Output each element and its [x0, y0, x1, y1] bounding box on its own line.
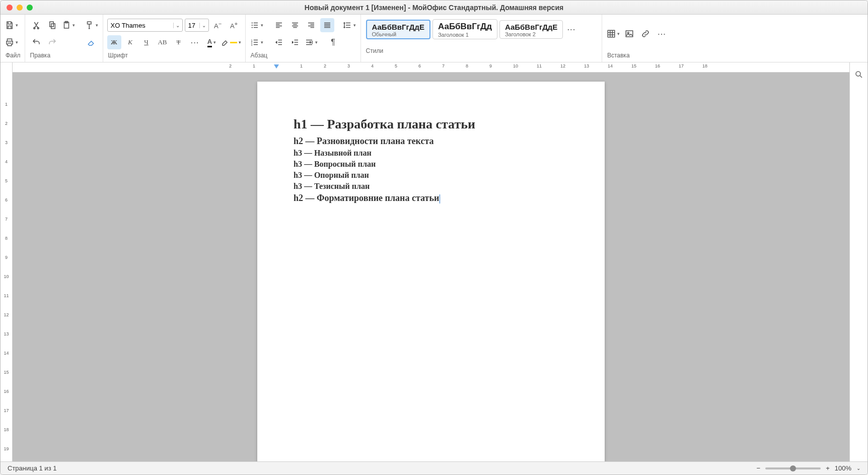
- ruler-tick: 15: [631, 63, 636, 69]
- highlight-icon: [221, 38, 230, 47]
- window-controls: [1, 5, 33, 11]
- font-name-input[interactable]: [108, 22, 173, 29]
- chevron-down-icon[interactable]: ⌄: [199, 23, 208, 28]
- ruler-tick: 5: [1, 178, 12, 183]
- canvas-scroll[interactable]: h1 — Разработка плана статьи h2 — Разнов…: [13, 73, 849, 461]
- ruler-tick: 7: [442, 63, 445, 69]
- ruler-tick: 1: [300, 63, 303, 69]
- undo-button[interactable]: [29, 35, 43, 49]
- paste-button[interactable]: [61, 18, 76, 32]
- print-button[interactable]: [5, 35, 19, 49]
- style-name: Заголовок 1: [438, 32, 492, 38]
- font-more-button[interactable]: ···: [188, 35, 203, 49]
- close-icon[interactable]: [7, 5, 13, 11]
- search-icon: [854, 70, 863, 79]
- ruler-tick: 14: [608, 63, 613, 69]
- cut-button[interactable]: [29, 18, 43, 32]
- style-sample: АаБбВвГгДдЕ: [372, 23, 424, 31]
- image-icon: [625, 29, 634, 38]
- allcaps-button[interactable]: AB: [156, 35, 170, 49]
- ruler-tick: 15: [1, 370, 12, 375]
- style-normal[interactable]: АаБбВвГгДдЕ Обычный: [366, 20, 430, 39]
- svg-rect-10: [608, 30, 615, 37]
- print-icon: [5, 38, 14, 47]
- nonprinting-button[interactable]: ¶: [326, 35, 340, 49]
- style-heading2[interactable]: АаБбВвГгДдЕ Заголовок 2: [499, 20, 563, 39]
- chevron-down-icon[interactable]: ⌄: [173, 23, 182, 28]
- eraser-button[interactable]: [85, 35, 99, 49]
- group-font: ⌄ ⌄ A− A+ Ж К Ч AB T ··· A: [103, 15, 246, 62]
- insert-image-button[interactable]: [622, 25, 636, 42]
- ruler-tick: 10: [513, 63, 518, 69]
- document-page[interactable]: h1 — Разработка плана статьи h2 — Разнов…: [257, 82, 605, 461]
- zoom-dropdown[interactable]: ⌄: [856, 465, 860, 471]
- ruler-tick: 9: [1, 255, 12, 260]
- bullet-list-icon: [250, 21, 259, 30]
- vertical-ruler[interactable]: 12345678910111213141516171819: [1, 62, 13, 461]
- ruler-tick: 8: [1, 236, 12, 241]
- decrease-indent-button[interactable]: [272, 35, 286, 49]
- font-name-select[interactable]: ⌄: [107, 19, 183, 32]
- style-heading1[interactable]: АаБбВвГгДд Заголовок 1: [432, 19, 497, 39]
- zoom-out-button[interactable]: −: [757, 464, 761, 472]
- eraser-icon: [87, 38, 96, 47]
- styles-more-button[interactable]: ···: [564, 17, 579, 42]
- ruler-tick: 19: [1, 446, 12, 451]
- align-left-button[interactable]: [272, 18, 286, 32]
- ruler-tick: 11: [537, 63, 542, 69]
- titlebar: Новый документ 1 [Изменен] - МойОфис Ста…: [1, 1, 867, 15]
- group-styles: АаБбВвГгДдЕ Обычный АаБбВвГгДд Заголовок…: [361, 15, 602, 62]
- ruler-tick: 16: [1, 389, 12, 394]
- increase-indent-button[interactable]: [288, 35, 302, 49]
- format-painter-button[interactable]: [85, 18, 99, 32]
- maximize-icon[interactable]: [27, 5, 33, 11]
- bold-button[interactable]: Ж: [107, 35, 121, 49]
- ruler-tick: 13: [584, 63, 589, 69]
- save-button[interactable]: [5, 18, 19, 32]
- zoom-slider[interactable]: [765, 467, 821, 469]
- doc-h1: h1 — Разработка плана статьи: [294, 117, 568, 132]
- font-size-input[interactable]: [185, 22, 199, 29]
- zoom-knob[interactable]: [790, 465, 796, 471]
- copy-icon: [48, 21, 57, 30]
- ruler-tick: 3: [1, 140, 12, 145]
- redo-button[interactable]: [45, 35, 59, 49]
- ruler-tick: 6: [1, 197, 12, 202]
- align-justify-button[interactable]: [320, 18, 334, 32]
- find-button[interactable]: [852, 67, 866, 82]
- tab-stop-button[interactable]: [304, 35, 318, 49]
- cut-icon: [32, 21, 41, 30]
- insert-more-button[interactable]: ···: [655, 25, 670, 42]
- doc-line: h2 — Разновидности плана текста: [294, 136, 568, 147]
- font-size-select[interactable]: ⌄: [185, 19, 209, 32]
- highlight-button[interactable]: [221, 35, 241, 49]
- sidepanel: [849, 62, 867, 461]
- underline-button[interactable]: Ч: [139, 35, 154, 49]
- align-right-button[interactable]: [304, 18, 318, 32]
- doc-line: h3 — Вопросный план: [294, 160, 568, 169]
- horizontal-ruler[interactable]: 21123456789101112131415161718: [13, 62, 849, 73]
- line-spacing-icon: [343, 21, 352, 30]
- doc-line: h2 — Форматировние плана статьи: [294, 193, 568, 203]
- font-color-button[interactable]: A: [205, 35, 219, 49]
- zoom-in-button[interactable]: +: [826, 464, 830, 472]
- group-insert: ··· Вставка: [602, 15, 674, 62]
- numbered-list-button[interactable]: 123: [250, 35, 264, 49]
- minimize-icon[interactable]: [17, 5, 23, 11]
- italic-button[interactable]: К: [123, 35, 137, 49]
- font-decrease-button[interactable]: A−: [211, 18, 225, 32]
- line-spacing-button[interactable]: [342, 18, 356, 32]
- strikethrough-button[interactable]: T: [172, 35, 186, 49]
- copy-button[interactable]: [45, 18, 59, 32]
- svg-text:3: 3: [251, 43, 252, 46]
- align-center-button[interactable]: [288, 18, 302, 32]
- style-name: Обычный: [372, 31, 424, 37]
- ruler-tick: 5: [395, 63, 397, 69]
- font-increase-button[interactable]: A+: [227, 18, 241, 32]
- insert-table-button[interactable]: [606, 25, 620, 42]
- style-sample: АаБбВвГгДдЕ: [505, 23, 557, 31]
- indent-marker[interactable]: [274, 64, 279, 72]
- bullet-list-button[interactable]: [250, 18, 264, 32]
- insert-link-button[interactable]: [638, 25, 653, 42]
- svg-point-13: [856, 72, 860, 76]
